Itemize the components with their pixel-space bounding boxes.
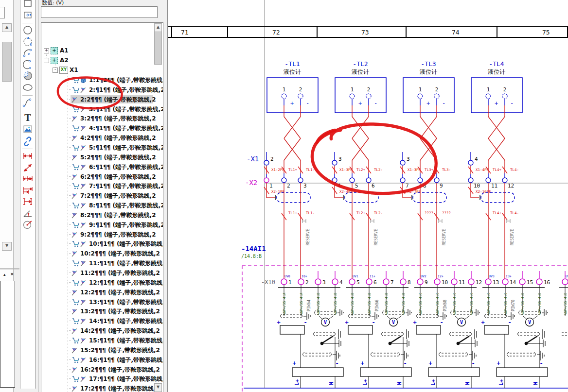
- tree-scroll-up-button[interactable]: ▲: [154, 23, 162, 32]
- text-tool-icon[interactable]: T: [22, 113, 34, 123]
- circle-segment-tool-icon[interactable]: [22, 36, 34, 47]
- x2-terminal[interactable]: [366, 178, 371, 183]
- tree-item-terminal[interactable]: 5:2¶¶¶ (端子,带鞍形跳线,2: [71, 153, 153, 162]
- device-pin[interactable]: [298, 94, 303, 99]
- device-pin[interactable]: [350, 94, 355, 99]
- scroll-down-button[interactable]: ▼: [2, 242, 12, 251]
- tree-item-terminal[interactable]: 3:2¶¶¶ (端子,带鞍形跳线,2: [71, 114, 153, 123]
- arc-3point-tool-icon[interactable]: [22, 48, 34, 58]
- x2-terminal[interactable]: [282, 178, 286, 183]
- tree-item-terminal[interactable]: 14:¶1¶¶ (端子,带鞍形跳线,2: [71, 317, 153, 325]
- schematic-canvas[interactable]: 7172737475-X1-X2-X10-14AI1/14.8:B-TL1液位计…: [167, 0, 568, 392]
- tree-expander[interactable]: -: [53, 68, 58, 73]
- x2-terminal[interactable]: [332, 178, 337, 183]
- x2-terminal[interactable]: [350, 178, 355, 183]
- x1-terminal[interactable]: [468, 160, 473, 165]
- x2-terminal[interactable]: [400, 178, 405, 183]
- tree-item-terminal[interactable]: 9:¶1¶¶ (端子,带鞍形跳线,2: [71, 221, 153, 229]
- device-pin[interactable]: [434, 94, 439, 99]
- x10-terminal[interactable]: [468, 279, 474, 285]
- dimension-reduced-tool-icon[interactable]: [22, 196, 34, 207]
- tree-item-terminal[interactable]: 16:2¶¶¶ (端子,带鞍形跳线,2: [71, 365, 153, 374]
- device-pin[interactable]: [282, 94, 286, 99]
- tree-item-terminal[interactable]: 17:2¶¶¶ (端子,带鞍形跳线,2: [71, 384, 153, 392]
- tree-item-terminal[interactable]: 7:¶1¶¶ (端子,带鞍形跳线,2: [71, 182, 153, 190]
- tree-item-terminal[interactable]: 11:¶1¶¶ (端子,带鞍形跳线,2: [71, 259, 153, 268]
- dimension-chain-tool-icon[interactable]: [22, 173, 34, 184]
- tree-item-terminal[interactable]: 5:¶1¶¶ (端子,带鞍形跳线,2: [71, 143, 153, 152]
- tree-item-terminal[interactable]: 2:¶1¶¶ (端子,带鞍形跳线,2: [71, 85, 153, 94]
- x10-terminal[interactable]: [400, 279, 406, 285]
- x10-terminal[interactable]: [502, 279, 508, 285]
- value-input[interactable]: [41, 6, 158, 18]
- hyperlink-tool-icon[interactable]: [22, 136, 34, 146]
- tree-item-terminal[interactable]: 4:2¶¶¶ (端子,带鞍形跳线,2: [71, 134, 153, 142]
- tree-scroll-thumb[interactable]: [154, 32, 162, 65]
- tree-scroll-down-button[interactable]: ▼: [154, 383, 162, 392]
- spline-tool-icon[interactable]: [22, 97, 34, 108]
- tree-expander[interactable]: -: [44, 58, 49, 63]
- sector-tool-icon[interactable]: [22, 70, 34, 81]
- tree-item-terminal[interactable]: 10:¶1¶¶ (端子,带鞍形跳线,2: [71, 239, 153, 248]
- tree-expander[interactable]: +: [44, 48, 49, 53]
- dock-collapse-button[interactable]: ▴: [3, 272, 6, 277]
- tree-item-terminal[interactable]: 2:2¶¶¶ (端子,带鞍形跳线,2: [71, 95, 153, 104]
- partial-input-field[interactable]: [0, 7, 5, 18]
- x2-terminal[interactable]: [486, 178, 491, 183]
- tree-item-terminal[interactable]: 17:¶1¶¶ (端子,带鞍形跳线,2: [71, 375, 153, 383]
- dimension-baseline-tool-icon[interactable]: [22, 185, 34, 196]
- tree-item-terminal[interactable]: 8:2¶¶¶ (端子,带鞍形跳线,2: [71, 211, 153, 220]
- x10-terminal[interactable]: [519, 279, 525, 285]
- ellipse-tool-icon[interactable]: [22, 82, 34, 93]
- device-pin[interactable]: [418, 94, 423, 99]
- tree-item-terminal[interactable]: 13:¶1¶¶ (端子,带鞍形跳线,2: [71, 298, 153, 307]
- tree-item-terminal[interactable]: 7:2¶¶¶ (端子,带鞍形跳线,2: [71, 191, 153, 200]
- tree-item-terminal[interactable]: 10:2¶¶¶ (端子,带鞍形跳线,2: [71, 249, 153, 258]
- dock-close-button[interactable]: ×: [10, 272, 14, 276]
- tree-item-terminal[interactable]: 1:1¶2¶¶ (端子,带鞍形跳线,2: [71, 76, 153, 85]
- tree-item-terminal[interactable]: 12:2¶¶¶ (端子,带鞍形跳线,2: [71, 288, 153, 297]
- dimension-linear-tool-icon[interactable]: [22, 151, 34, 161]
- tree-item-terminal[interactable]: 15:¶1¶¶ (端子,带鞍形跳线,2: [71, 336, 153, 345]
- device-pin[interactable]: [486, 94, 491, 99]
- x10-terminal[interactable]: [485, 279, 491, 285]
- dimension-radius-tool-icon[interactable]: [22, 219, 34, 230]
- scroll-thumb[interactable]: [2, 42, 12, 82]
- x1-terminal[interactable]: [400, 160, 405, 165]
- image-section-tool-icon[interactable]: [22, 10, 34, 20]
- scroll-up-button[interactable]: ▲: [2, 23, 12, 32]
- x2-terminal[interactable]: [264, 178, 269, 183]
- x10-terminal[interactable]: [434, 279, 440, 285]
- x10-terminal[interactable]: [298, 279, 304, 285]
- x10-terminal[interactable]: [349, 279, 355, 285]
- tree-item-terminal[interactable]: 9:2¶¶¶ (端子,带鞍形跳线,2: [71, 230, 153, 239]
- x10-terminal[interactable]: [562, 279, 568, 285]
- x2-terminal[interactable]: [418, 178, 423, 183]
- device-pin[interactable]: [502, 94, 507, 99]
- tree-item-terminal[interactable]: 3:¶1¶¶ (端子,带鞍形跳线,2: [71, 105, 153, 114]
- x1-terminal[interactable]: [332, 160, 337, 165]
- rectangle-tool-icon[interactable]: [22, 0, 34, 9]
- tree-item-terminal[interactable]: 6:2¶¶¶ (端子,带鞍形跳线,2: [71, 172, 153, 181]
- tree-item-terminal[interactable]: 16:¶1¶¶ (端子,带鞍形跳线,2: [71, 356, 153, 364]
- image-tool-icon[interactable]: [22, 124, 34, 135]
- x10-terminal[interactable]: [417, 279, 423, 285]
- circle-tool-icon[interactable]: [22, 25, 34, 35]
- device-pin[interactable]: [366, 94, 371, 99]
- tree-item-terminal[interactable]: 11:2¶¶¶ (端子,带鞍形跳线,2: [71, 269, 153, 277]
- x10-terminal[interactable]: [451, 279, 457, 285]
- tree-item-terminal[interactable]: 15:2¶¶¶ (端子,带鞍形跳线,2: [71, 346, 153, 355]
- schematic-drawing[interactable]: 7172737475-X1-X2-X10-14AI1/14.8:B-TL1液位计…: [168, 0, 568, 392]
- tree-item-terminal[interactable]: 4:¶1¶¶ (端子,带鞍形跳线,2: [71, 124, 153, 133]
- x2-terminal[interactable]: [434, 178, 439, 183]
- arc-tool-icon[interactable]: [22, 59, 34, 70]
- mini-docked-panel[interactable]: [0, 281, 15, 388]
- x10-terminal[interactable]: [366, 279, 372, 285]
- tree-item-terminal[interactable]: 13:2¶¶¶ (端子,带鞍形跳线,2: [71, 307, 153, 316]
- x1-terminal[interactable]: [264, 160, 269, 165]
- tree-item-terminal[interactable]: 14:2¶¶¶ (端子,带鞍形跳线,2: [71, 326, 153, 335]
- x10-terminal[interactable]: [536, 279, 542, 285]
- tree-item-terminal[interactable]: 8:¶1¶¶ (端子,带鞍形跳线,2: [71, 201, 153, 210]
- tree-item-terminal[interactable]: 6:¶1¶¶ (端子,带鞍形跳线,2: [71, 163, 153, 171]
- x10-terminal[interactable]: [332, 279, 338, 285]
